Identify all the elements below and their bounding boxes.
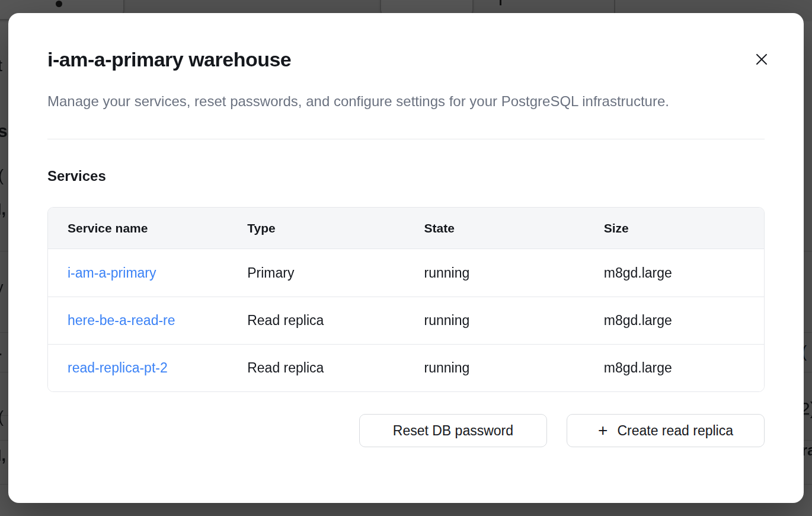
service-state: running	[405, 360, 584, 376]
plus-icon: +	[598, 422, 608, 439]
service-name-link[interactable]: i-am-a-primary	[68, 265, 156, 281]
service-size: m8gd.large	[584, 360, 764, 376]
service-size: m8gd.large	[584, 265, 764, 281]
services-table: Service name Type State Size i-am-a-prim…	[47, 207, 765, 392]
service-type: Read replica	[228, 360, 404, 376]
service-state: running	[405, 265, 584, 281]
reset-db-password-button[interactable]: Reset DB password	[359, 414, 547, 447]
table-row: i-am-a-primary Primary running m8gd.larg…	[48, 249, 764, 297]
create-read-replica-button[interactable]: + Create read replica	[567, 414, 765, 447]
dialog-header: i-am-a-primary warehouse	[47, 47, 765, 71]
dialog-title: i-am-a-primary warehouse	[47, 47, 291, 71]
service-type: Primary	[228, 265, 404, 281]
service-state: running	[405, 313, 584, 329]
table-header-row: Service name Type State Size	[48, 208, 764, 249]
dialog-description: Manage your services, reset passwords, a…	[47, 89, 735, 114]
column-header-service-name: Service name	[48, 221, 228, 235]
table-row: here-be-a-read-re Read replica running m…	[48, 297, 764, 344]
column-header-state: State	[405, 221, 584, 235]
service-name-link[interactable]: here-be-a-read-re	[68, 313, 175, 328]
service-size: m8gd.large	[584, 313, 764, 329]
close-button[interactable]	[753, 51, 771, 69]
services-heading: Services	[47, 168, 765, 184]
service-name-link[interactable]: read-replica-pt-2	[68, 360, 168, 375]
dialog-footer: Reset DB password + Create read replica	[47, 414, 765, 447]
reset-db-password-label: Reset DB password	[393, 423, 513, 439]
column-header-type: Type	[228, 221, 404, 235]
divider	[47, 139, 765, 139]
column-header-size: Size	[584, 221, 764, 235]
table-row: read-replica-pt-2 Read replica running m…	[48, 344, 764, 391]
close-icon	[755, 53, 768, 68]
create-read-replica-label: Create read replica	[617, 423, 733, 439]
service-type: Read replica	[228, 313, 404, 329]
warehouse-dialog: i-am-a-primary warehouse Manage your ser…	[8, 13, 804, 503]
